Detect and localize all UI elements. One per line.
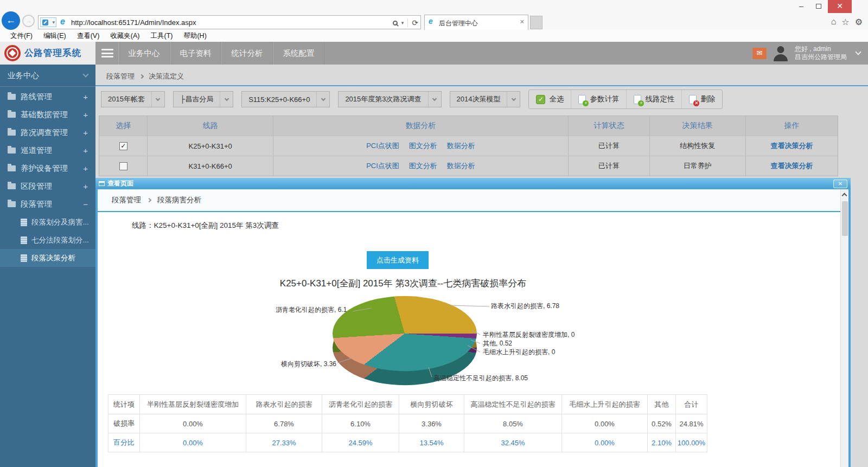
select-value: 2015年度第3次路况调查 [339, 94, 427, 104]
collapse-icon[interactable]: − [83, 200, 88, 209]
stat-col-heat-stability: 高温稳定性不足引起的损害 [464, 395, 562, 414]
col-actions: 操作 [745, 116, 838, 136]
home-icon[interactable]: ⌂ [831, 17, 837, 27]
expand-icon[interactable]: + [83, 182, 88, 191]
graphic-analysis-link[interactable]: 图文分析 [409, 141, 437, 151]
view-decision-link[interactable]: 查看决策分析 [770, 141, 813, 151]
expand-icon[interactable]: + [83, 164, 88, 173]
sidebar-subitem-seven-method[interactable]: 七分法段落划分... [0, 231, 95, 249]
view-decision-link[interactable]: 查看决策分析 [770, 161, 813, 171]
graphic-analysis-link[interactable]: 图文分析 [409, 161, 437, 171]
menu-edit[interactable]: 编辑(E) [39, 31, 71, 41]
value-cell: 0.00% [562, 414, 648, 433]
nav-business-center[interactable]: 业务中心 [118, 42, 170, 65]
folder-icon [8, 148, 16, 153]
screen: – ✕ ← → ▾ e http://localhost:65171/Admin… [0, 0, 868, 467]
settings-gear-icon[interactable]: ⚙ [855, 17, 863, 27]
address-bar[interactable]: ▾ e http://localhost:65171/Admin/Index.a… [38, 15, 421, 29]
table-row: K31+0-K66+0 PCI点状图 图文分析 数据分析 已计算 日常养护 查看… [99, 156, 838, 176]
nav-system-config[interactable]: 系统配置 [273, 42, 324, 65]
scrollbar-thumb[interactable] [842, 201, 848, 236]
breadcrumb-separator-icon [139, 74, 144, 79]
sidebar-item-section-mgmt[interactable]: 区段管理 + [0, 177, 95, 195]
forward-button[interactable]: → [22, 15, 35, 27]
refresh-icon[interactable]: ⟳ [412, 18, 418, 27]
sidebar-item-patrol[interactable]: 巡道管理 + [0, 142, 95, 159]
sidebar-subitem-decision-analysis[interactable]: 段落决策分析 [0, 249, 95, 267]
window-minimize-button[interactable]: – [793, 0, 809, 13]
sidebar-item-paragraph-mgmt[interactable]: 段落管理 − [0, 195, 95, 213]
delete-button[interactable]: ✕ 删除 [681, 90, 722, 108]
scroll-up-icon[interactable] [842, 193, 847, 199]
modal-titlebar[interactable]: 查看页面 ✕ [95, 178, 851, 189]
breadcrumb-parent[interactable]: 段落管理 [106, 72, 135, 81]
menu-tools[interactable]: 工具(T) [145, 31, 177, 41]
menu-favorites[interactable]: 收藏夹(A) [105, 31, 144, 41]
value-cell: 8.05% [464, 414, 562, 433]
search-icon[interactable] [393, 21, 398, 25]
value-cell: 2.10% [648, 433, 676, 452]
modal-scrollbar[interactable] [840, 189, 848, 467]
pci-map-link[interactable]: PCI点状图 [366, 141, 399, 151]
pie-label-surface-water: 路表水引起的损害, 6.78 [491, 302, 559, 311]
param-calc-button[interactable]: + 参数计算 [571, 90, 626, 108]
survey-select[interactable]: 2015年度第3次路况调查 [338, 91, 441, 107]
window-restore-button[interactable] [810, 0, 827, 13]
section-chevron-down-icon [82, 71, 88, 77]
favorites-icon[interactable]: ☆ [841, 17, 849, 27]
line-cell: K31+0-K66+0 [147, 156, 272, 176]
sidebar-subitem-paragraph-division[interactable]: 段落划分及病害... [0, 213, 95, 231]
user-avatar[interactable] [773, 45, 789, 61]
expand-icon[interactable]: + [83, 128, 88, 137]
tab-close-icon[interactable]: ✕ [520, 18, 525, 25]
browser-tab[interactable]: e 后台管理中心 ✕ [424, 15, 528, 30]
new-tab-button[interactable] [530, 16, 542, 29]
value-cell: 100.00% [676, 433, 707, 452]
row-checkbox-checked[interactable]: ✓ [119, 142, 127, 150]
generate-data-button[interactable]: 点击生成资料 [367, 251, 429, 269]
expand-icon[interactable]: + [83, 110, 88, 119]
nav-statistics[interactable]: 统计分析 [221, 42, 273, 65]
account-year-select[interactable]: 2015年帐套 [101, 91, 165, 107]
stat-col-other: 其他 [648, 395, 676, 414]
window-close-button[interactable]: ✕ [828, 0, 852, 13]
pci-map-link[interactable]: PCI点状图 [366, 161, 399, 171]
hamburger-menu-icon[interactable] [101, 49, 113, 57]
select-caret [507, 92, 520, 107]
model-select[interactable]: 2014决策模型 [450, 91, 521, 107]
expand-icon[interactable]: + [83, 92, 88, 101]
sidebar-section-header[interactable]: 业务中心 [0, 65, 95, 86]
compat-view-button[interactable]: ▾ [40, 17, 56, 27]
mail-icon[interactable]: ✉ [752, 48, 767, 59]
pie-label-capillary-water: 毛细水上升引起的损害, 0 [483, 348, 555, 357]
menu-view[interactable]: 查看(V) [72, 31, 105, 41]
user-org: 昌吉州公路管理局 [795, 53, 847, 61]
menu-help[interactable]: 帮助(H) [178, 31, 211, 41]
data-analysis-link[interactable]: 数据分析 [447, 141, 475, 151]
chevron-down-icon[interactable] [855, 49, 861, 55]
row-checkbox-unchecked[interactable] [119, 162, 127, 170]
modal-close-button[interactable]: ✕ [833, 180, 847, 188]
select-value: ├昌吉分局 [174, 94, 220, 104]
sidebar-item-base-data[interactable]: 基础数据管理 + [0, 106, 95, 124]
branch-select[interactable]: ├昌吉分局 [173, 91, 233, 107]
breadcrumb-parent[interactable]: 段落管理 [112, 195, 141, 205]
route-select[interactable]: S115:K25+0-K66+0 [241, 91, 330, 107]
data-analysis-link[interactable]: 数据分析 [447, 161, 475, 171]
browser-navrow: ← → ▾ e http://localhost:65171/Admin/Ind… [0, 15, 868, 30]
expand-icon[interactable]: + [83, 146, 88, 155]
user-area: ✉ 您好 , admin 昌吉州公路管理局 [752, 42, 860, 65]
sidebar-item-road-survey[interactable]: 路况调查管理 + [0, 124, 95, 142]
back-button[interactable]: ← [2, 11, 20, 30]
select-all-button[interactable]: ✓ 全选 [529, 90, 571, 108]
menu-file[interactable]: 文件(F) [5, 31, 37, 41]
sidebar-item-route-mgmt[interactable]: 路线管理 + [0, 88, 95, 106]
url-text[interactable]: http://localhost:65171/Admin/Index.aspx [71, 18, 196, 27]
nav-electronic-data[interactable]: 电子资料 [170, 42, 221, 65]
search-caret-icon[interactable]: ▾ [401, 20, 404, 25]
value-cell: 0.00% [140, 433, 246, 452]
sidebar-item-label: 巡道管理 [21, 145, 52, 156]
sidebar-item-maintenance-equipment[interactable]: 养护设备管理 + [0, 159, 95, 177]
breadcrumb-current: 段落病害分析 [157, 195, 201, 205]
line-qualify-button[interactable]: + 线路定性 [626, 90, 681, 108]
